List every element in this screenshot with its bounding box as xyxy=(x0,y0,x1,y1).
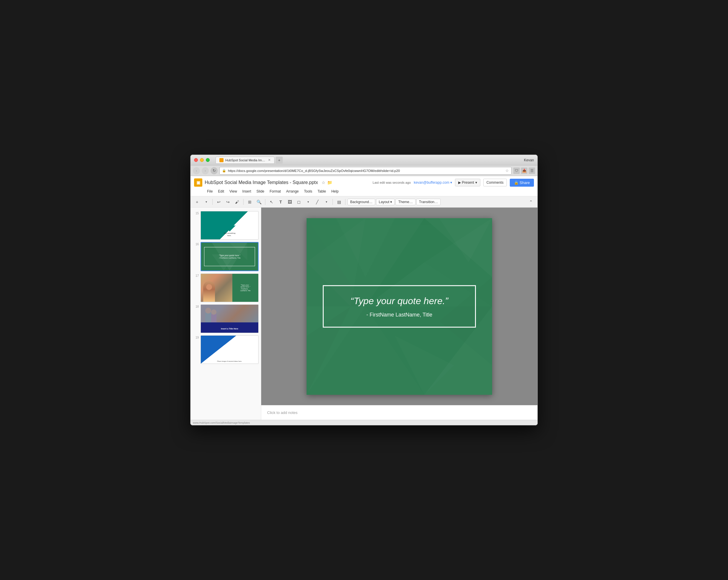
user-account[interactable]: kevan@bufferapp.com ▾ xyxy=(414,181,452,185)
slides-logo: ▣ xyxy=(194,178,202,187)
address-bar-row: ‹ › ↻ 🔒 https://docs.google.com/presenta… xyxy=(190,165,538,176)
text-button[interactable]: T xyxy=(277,198,285,206)
theme-button[interactable]: Theme… xyxy=(395,199,415,205)
folder-icon[interactable]: 📁 xyxy=(327,180,332,185)
bookmark-icon[interactable]: ☆ xyxy=(505,168,509,173)
browser-window: HubSpot Social Media Ima… ✕ + Kevan ‹ › … xyxy=(190,155,538,425)
slide-thumb-16[interactable]: "Type your quote here." - FirstName Last… xyxy=(201,242,259,271)
slide-panel[interactable]: 15 Say somethinghere . 16 xyxy=(190,208,261,420)
collapse-toolbar-button[interactable]: ⌃ xyxy=(527,198,535,206)
notes-area[interactable]: Click to add notes xyxy=(261,405,538,420)
slides-title-icons: ☆ 📁 xyxy=(321,180,332,185)
shape-button[interactable]: ◻ xyxy=(295,198,303,206)
forward-button[interactable]: › xyxy=(202,167,209,174)
slides-app: ▣ HubSpot Social Media Image Templates -… xyxy=(190,176,538,425)
line-button[interactable]: ╱ xyxy=(313,198,321,206)
status-bar: www.HubSpot.com/SocialMediaImageTemplate… xyxy=(190,420,538,425)
menu-bar: File Edit View Insert Slide Format Arran… xyxy=(194,188,534,196)
present-label: ▶ Present xyxy=(458,181,474,185)
menu-format[interactable]: Format xyxy=(267,188,283,194)
menu-arrange[interactable]: Arrange xyxy=(284,188,301,194)
text-box-button[interactable]: ▤ xyxy=(335,198,343,206)
slide-number-19: 19 xyxy=(193,335,199,339)
slide-thumb-17[interactable]: "Type yourquote here." - FirstNameLastNa… xyxy=(201,273,259,302)
layout-button[interactable]: Layout ▾ xyxy=(376,199,395,205)
comments-button[interactable]: Comments xyxy=(483,179,507,186)
background-button[interactable]: Background… xyxy=(347,199,375,205)
share-button[interactable]: 🔒 Share xyxy=(510,179,534,187)
new-tab-button[interactable]: + xyxy=(276,157,283,164)
slides-toolbar: + ▾ ↩ ↪ 🖌 ⊞ 🔍 ↖ T 🖼 ◻ ▾ ╱ ▾ ▤ Background… xyxy=(190,196,538,208)
shape-dropdown[interactable]: ▾ xyxy=(304,198,312,206)
slide-item-16[interactable]: 16 "Type your quote here." - Firs xyxy=(190,241,261,272)
tab-close-icon[interactable]: ✕ xyxy=(268,158,271,162)
notes-placeholder[interactable]: Click to add notes xyxy=(267,411,297,415)
quote-box[interactable]: “Type your quote here.” - FirstName Last… xyxy=(323,285,476,328)
addon-icon-2[interactable]: 📥 xyxy=(521,167,527,174)
zoom-fit-button[interactable]: ⊞ xyxy=(245,198,254,206)
slide-thumb-18[interactable]: Insert a Title Here xyxy=(201,305,259,333)
menu-edit[interactable]: Edit xyxy=(215,188,227,194)
transition-button[interactable]: Transition… xyxy=(416,199,441,205)
slide-18-photo xyxy=(201,305,258,322)
toolbar-sep-4 xyxy=(333,199,333,205)
add-dropdown-button[interactable]: ▾ xyxy=(202,198,210,206)
slides-doc-title[interactable]: HubSpot Social Media Image Templates - S… xyxy=(205,180,318,185)
slide-16-content: "Type your quote here." - FirstName Last… xyxy=(204,247,255,266)
back-button[interactable]: ‹ xyxy=(193,167,200,174)
undo-button[interactable]: ↩ xyxy=(215,198,223,206)
slide-item-17[interactable]: 17 "Type yourquote here." - FirstNameLas… xyxy=(190,272,261,303)
status-url: www.HubSpot.com/SocialMediaImageTemplate… xyxy=(193,421,250,424)
add-button[interactable]: + xyxy=(193,198,201,206)
url-text: https://docs.google.com/presentation/d/1… xyxy=(228,169,503,173)
slide-number-17: 17 xyxy=(193,273,199,278)
slide-item-15[interactable]: 15 Say somethinghere . xyxy=(190,210,261,241)
slide-17-text: "Type yourquote here." - FirstNameLastNa… xyxy=(232,274,258,302)
addon-icon-1[interactable]: 🛡 xyxy=(513,167,520,174)
slide-item-19[interactable]: 19 Place image of several ideas here. xyxy=(190,334,261,365)
toolbar-sep-1 xyxy=(212,199,213,205)
address-bar[interactable]: 🔒 https://docs.google.com/presentation/d… xyxy=(219,167,512,175)
reload-button[interactable]: ↻ xyxy=(211,167,218,174)
present-dropdown-icon: ▾ xyxy=(475,181,477,185)
slide-thumb-15[interactable]: Say somethinghere . xyxy=(201,211,259,240)
minimize-button[interactable] xyxy=(200,158,204,162)
slide-18-title: Insert a Title Here xyxy=(201,324,258,333)
tab-title: HubSpot Social Media Ima… xyxy=(225,158,266,162)
menu-file[interactable]: File xyxy=(205,188,215,194)
redo-button[interactable]: ↪ xyxy=(224,198,232,206)
slide-15-text: Say somethinghere . xyxy=(201,232,258,237)
last-edit-text: Last edit was seconds ago xyxy=(372,181,411,184)
menu-insert[interactable]: Insert xyxy=(240,188,254,194)
line-dropdown[interactable]: ▾ xyxy=(322,198,331,206)
active-slide-canvas[interactable]: “Type your quote here.” - FirstName Last… xyxy=(307,218,492,395)
menu-table[interactable]: Table xyxy=(315,188,328,194)
slide-16-attr: - FirstName LastName, Title xyxy=(218,257,241,259)
lock-icon: 🔒 xyxy=(222,169,226,173)
select-button[interactable]: ↖ xyxy=(267,198,276,206)
maximize-button[interactable] xyxy=(206,158,210,162)
browser-tab[interactable]: HubSpot Social Media Ima… ✕ xyxy=(215,157,275,164)
tab-bar: HubSpot Social Media Ima… ✕ + xyxy=(215,157,521,164)
image-button[interactable]: 🖼 xyxy=(286,198,294,206)
quote-text: “Type your quote here.” xyxy=(335,295,463,307)
slides-logo-icon: ▣ xyxy=(197,180,200,185)
menu-view[interactable]: View xyxy=(227,188,239,194)
menu-slide[interactable]: Slide xyxy=(254,188,267,194)
menu-tools[interactable]: Tools xyxy=(302,188,314,194)
slide-canvas-wrapper[interactable]: “Type your quote here.” - FirstName Last… xyxy=(261,208,538,405)
tab-favicon-icon xyxy=(219,158,224,162)
toolbar-sep-5 xyxy=(345,199,345,205)
addon-icon-3[interactable]: ☰ xyxy=(529,167,535,174)
paint-format-button[interactable]: 🖌 xyxy=(233,198,241,206)
menu-help[interactable]: Help xyxy=(329,188,341,194)
close-button[interactable] xyxy=(194,158,198,162)
star-icon[interactable]: ☆ xyxy=(321,180,326,185)
main-content: 15 Say somethinghere . 16 xyxy=(190,208,538,420)
quote-attribution: - FirstName LastName, Title xyxy=(335,312,463,318)
slide-item-18[interactable]: 18 Insert a Title Here xyxy=(190,303,261,334)
zoom-button[interactable]: 🔍 xyxy=(255,198,263,206)
addon-icons: 🛡 📥 ☰ xyxy=(513,167,535,174)
present-button[interactable]: ▶ Present ▾ xyxy=(455,179,480,186)
slide-thumb-19[interactable]: Place image of several ideas here. xyxy=(201,335,259,364)
